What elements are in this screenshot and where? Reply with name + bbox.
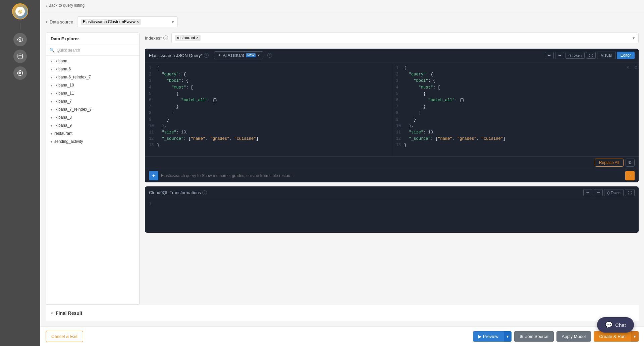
bottom-bar: Cancel & Exit ▶ Preview ▾ ⊕ Join Source … xyxy=(40,327,644,346)
cloud9-expand-button[interactable]: ⛶ xyxy=(625,189,635,196)
ai-send-button[interactable]: → xyxy=(625,171,635,180)
list-item[interactable]: ▾.kibana_7 xyxy=(46,97,139,105)
list-item[interactable]: ▾.kibana-6 xyxy=(46,65,139,73)
data-explorer-title: Data Explorer xyxy=(46,33,139,45)
final-result-label: Final Result xyxy=(56,310,82,316)
chat-button[interactable]: 💬 Chat xyxy=(597,317,634,333)
bottom-right-buttons: ▶ Preview ▾ ⊕ Join Source Apply Model Cr… xyxy=(473,331,639,342)
sidebar: ◎ xyxy=(0,0,40,346)
two-panel: Data Explorer 🔍 ▾.kibana ▾.kibana-6 ▾.ki… xyxy=(46,33,639,305)
back-link[interactable]: ‹ Back to query listing xyxy=(46,3,85,8)
cloud9-token-button[interactable]: () Token xyxy=(604,189,624,196)
database-icon-button[interactable] xyxy=(13,50,27,63)
cloud9-body[interactable]: 1 xyxy=(145,199,639,233)
index-tag: restaurant × xyxy=(175,35,201,41)
logo-button[interactable]: ◎ xyxy=(12,3,28,19)
pane-settings-icon[interactable]: ⚙ xyxy=(635,64,637,71)
ai-assistant-button[interactable]: ✦ AI Assistant NEW ▾ xyxy=(214,51,264,59)
cloud9-header: Cloud9QL Transformations ? ↩ ↪ () Token … xyxy=(145,186,639,199)
token-button[interactable]: () Token xyxy=(566,52,585,59)
list-item[interactable]: ▾.kibana-6_reindex_7 xyxy=(46,73,139,81)
list-item[interactable]: ▾.kibana_10 xyxy=(46,81,139,89)
settings-icon-button[interactable] xyxy=(13,66,27,80)
search-input[interactable] xyxy=(57,48,136,53)
cloud9-container: Cloud9QL Transformations ? ↩ ↪ () Token … xyxy=(145,186,639,233)
top-bar: ‹ Back to query listing xyxy=(40,0,644,11)
preview-button-group: ▶ Preview ▾ xyxy=(473,331,512,342)
editor-help-icon[interactable]: ? xyxy=(204,53,209,58)
eye-icon-button[interactable] xyxy=(13,33,27,46)
indexes-arrow-icon: ▾ xyxy=(633,36,635,41)
cloud9-help-icon[interactable]: ? xyxy=(202,190,207,195)
ai-input-row: ✦ → xyxy=(145,169,639,182)
cloud9-toolbar: ↩ ↪ () Token ⛶ xyxy=(583,189,635,196)
search-icon: 🔍 xyxy=(49,48,55,53)
right-editor-pane[interactable]: ⚙ ✕ 1{ 2 "query": { 3 "bool": { 4 "must"… xyxy=(392,62,639,156)
redo-button[interactable]: ↪ xyxy=(555,52,564,59)
apply-model-button[interactable]: Apply Model xyxy=(556,331,591,342)
pane-close-icon[interactable]: ✕ xyxy=(627,64,629,71)
search-box: 🔍 xyxy=(46,45,139,56)
replace-all-button[interactable]: Replace All xyxy=(595,159,624,167)
editor-header: Elasticsearch JSON Query* ? ✦ AI Assista… xyxy=(145,49,639,62)
final-result-collapse-icon[interactable]: ▾ xyxy=(51,311,53,315)
indexes-select[interactable]: restaurant × ▾ xyxy=(171,33,639,43)
query-editor-container: Elasticsearch JSON Query* ? ✦ AI Assista… xyxy=(145,49,639,182)
ai-icon: ✦ xyxy=(149,171,158,180)
final-result-row: ▾ Final Result xyxy=(46,305,639,321)
data-source-label: ▾ Data source xyxy=(46,19,73,24)
sidebar-connector xyxy=(20,23,20,30)
tree-list: ▾.kibana ▾.kibana-6 ▾.kibana-6_reindex_7… xyxy=(46,56,139,304)
back-arrow-icon: ‹ xyxy=(46,3,47,8)
indexes-label: Indexes* ? xyxy=(145,36,168,41)
svg-point-0 xyxy=(19,39,21,41)
preview-dropdown-button[interactable]: ▾ xyxy=(504,331,512,342)
editor-title: Elasticsearch JSON Query* ? xyxy=(149,53,209,58)
chat-icon: 💬 xyxy=(605,321,612,329)
left-editor-pane[interactable]: 1{ 2 "query": { 3 "bool": { 4 "must": [ … xyxy=(145,62,392,156)
datasource-tag: Elasticsearch Cluster nEwww × xyxy=(81,19,141,25)
list-item[interactable]: ▾sending_activity xyxy=(46,137,139,146)
undo-button[interactable]: ↩ xyxy=(545,52,554,59)
ai-dropdown-icon: ▾ xyxy=(258,53,260,58)
copy-button[interactable]: ⧉ xyxy=(626,159,635,167)
create-run-button[interactable]: Create & Run xyxy=(594,331,631,342)
datasource-select[interactable]: Elasticsearch Cluster nEwww × ▾ xyxy=(77,16,178,27)
split-editor: 1{ 2 "query": { 3 "bool": { 4 "must": [ … xyxy=(145,62,639,156)
new-badge: NEW xyxy=(246,53,256,57)
list-item[interactable]: ▾.kibana xyxy=(46,57,139,65)
main-content: ‹ Back to query listing ▾ Data source El… xyxy=(40,0,644,346)
cloud9-undo-button[interactable]: ↩ xyxy=(583,189,592,196)
create-run-button-group: Create & Run ▾ xyxy=(594,331,639,342)
cancel-exit-button[interactable]: Cancel & Exit xyxy=(46,331,83,342)
indexes-row: Indexes* ? restaurant × ▾ xyxy=(145,33,639,43)
preview-icon: ▶ xyxy=(478,334,482,339)
indexes-help-icon[interactable]: ? xyxy=(163,36,168,40)
list-item[interactable]: ▾.kibana_7_reindex_7 xyxy=(46,105,139,113)
content-area: ▾ Data source Elasticsearch Cluster nEww… xyxy=(40,11,644,327)
cloud9-title: Cloud9QL Transformations ? xyxy=(149,190,207,195)
data-source-row: ▾ Data source Elasticsearch Cluster nEww… xyxy=(46,16,639,27)
join-source-button[interactable]: ⊕ Join Source xyxy=(514,331,554,342)
list-item[interactable]: ▾.kibana_9 xyxy=(46,121,139,129)
back-label: Back to query listing xyxy=(49,3,85,8)
list-item[interactable]: ▾restaurant xyxy=(46,129,139,137)
ai-input-field[interactable] xyxy=(161,173,623,178)
create-run-dropdown-button[interactable]: ▾ xyxy=(631,331,639,342)
expand-button[interactable]: ⛶ xyxy=(586,52,596,59)
ai-help-icon[interactable]: ? xyxy=(267,53,272,58)
ai-star-icon: ✦ xyxy=(218,53,221,58)
visual-button[interactable]: Visual xyxy=(597,52,615,59)
list-item[interactable]: ▾.kibana_8 xyxy=(46,113,139,121)
editor-toolbar: ↩ ↪ () Token ⛶ Visual Editor xyxy=(545,52,635,59)
data-explorer-panel: Data Explorer 🔍 ▾.kibana ▾.kibana-6 ▾.ki… xyxy=(46,33,140,305)
editor-button[interactable]: Editor xyxy=(617,52,635,59)
collapse-arrow-icon[interactable]: ▾ xyxy=(46,20,48,24)
preview-button[interactable]: ▶ Preview xyxy=(473,331,504,342)
select-arrow-icon: ▾ xyxy=(172,19,174,24)
cloud9-redo-button[interactable]: ↪ xyxy=(594,189,603,196)
query-panel: Indexes* ? restaurant × ▾ xyxy=(145,33,639,305)
list-item[interactable]: ▾.kibana_11 xyxy=(46,89,139,97)
editor-actions: Replace All ⧉ xyxy=(145,156,639,169)
svg-point-2 xyxy=(19,72,21,74)
